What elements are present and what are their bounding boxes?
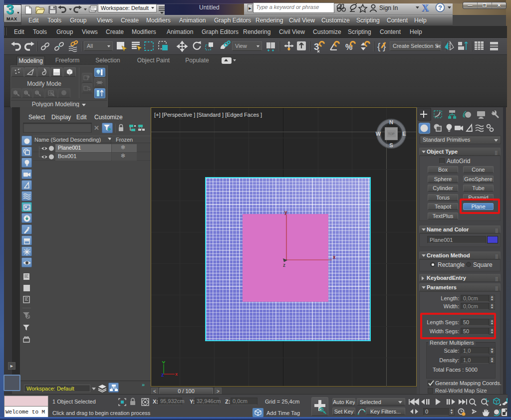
svg-text:N: N [389, 119, 393, 125]
svg-text:{: { [377, 41, 381, 51]
svg-text:y: y [284, 210, 287, 215]
svg-text:z: z [283, 262, 285, 268]
svg-text:S: S [389, 142, 393, 148]
svg-text:3: 3 [314, 41, 319, 52]
svg-text:x: x [175, 372, 178, 377]
svg-text:Sign In: Sign In [379, 4, 398, 11]
svg-text:E: E [402, 131, 406, 137]
svg-text:z: z [161, 372, 164, 378]
svg-text:?: ? [438, 4, 442, 11]
svg-text:%: % [345, 43, 352, 51]
svg-text:X: X [423, 2, 430, 13]
svg-text:x: x [333, 254, 336, 260]
svg-text:W: W [376, 131, 381, 137]
svg-text:TOP: TOP [388, 132, 394, 136]
